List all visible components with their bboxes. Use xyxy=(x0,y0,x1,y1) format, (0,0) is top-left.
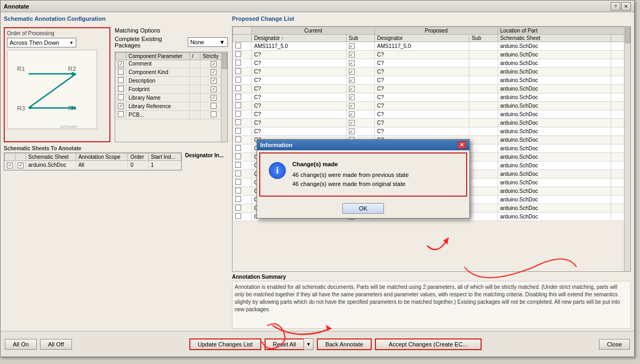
dialog-message-title: Change(s) made xyxy=(292,160,409,169)
dialog-message: Change(s) made 46 change(s) were made fr… xyxy=(292,160,409,189)
information-dialog: Information ✕ i Change(s) made 46 change… xyxy=(257,139,470,219)
dialog-body: i Change(s) made 46 change(s) were made … xyxy=(259,152,467,197)
dialog-title-bar: Information ✕ xyxy=(257,140,469,150)
dialog-overlay: Information ✕ i Change(s) made 46 change… xyxy=(1,1,634,357)
dialog-title: Information xyxy=(260,142,293,148)
ok-button[interactable]: OK xyxy=(342,203,384,214)
dialog-message-line1: 46 change(s) were made from previous sta… xyxy=(292,171,409,180)
dialog-info-icon: i xyxy=(269,162,286,179)
dialog-footer: OK xyxy=(257,199,469,218)
dialog-close-button[interactable]: ✕ xyxy=(458,141,466,149)
dialog-icon-text: i xyxy=(276,165,278,176)
dialog-message-line2: 46 change(s) were made from original sta… xyxy=(292,180,409,189)
main-window: Annotate ? ✕ Schematic Annotation Config… xyxy=(0,0,635,357)
